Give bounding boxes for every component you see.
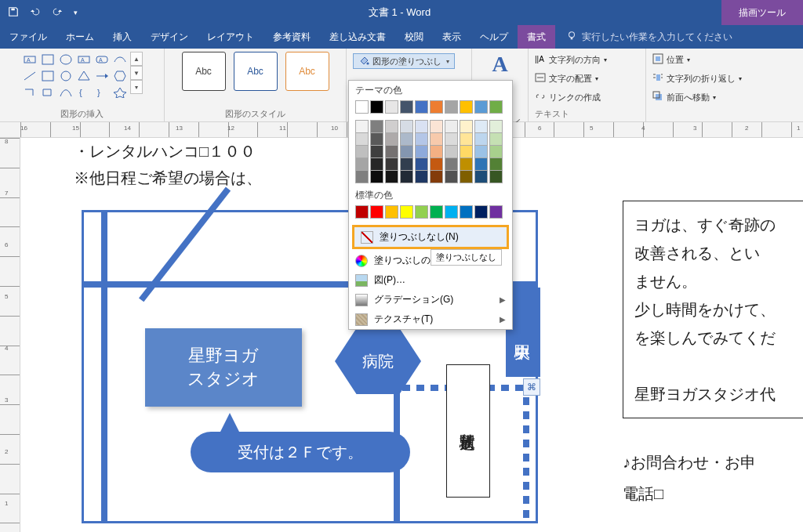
color-swatch[interactable] [489,100,503,114]
color-swatch[interactable] [489,132,503,146]
color-swatch[interactable] [355,170,369,183]
style-thumb-3[interactable]: Abc [285,52,329,91]
shape-fill-button[interactable]: 図形の塗りつぶし ▾ [353,53,455,69]
color-swatch[interactable] [400,205,413,219]
menu-gradient-fill[interactable]: グラデーション(G) ▶ [349,290,512,309]
color-swatch[interactable] [445,205,458,219]
color-swatch[interactable] [430,170,443,183]
map-callout[interactable]: 受付は２Ｆです。 [191,432,410,472]
map-studio-box[interactable]: 星野ヨガ スタジオ [145,328,302,407]
color-swatch[interactable] [370,170,383,183]
map-road[interactable] [101,212,107,521]
color-swatch[interactable] [355,157,369,171]
side-text-box[interactable]: ヨガは、すぐ奇跡の 改善される、とい ません。 少し時間をかけて、 を楽しんでみ… [623,201,803,418]
undo-icon[interactable] [30,6,41,20]
color-swatch[interactable] [430,205,443,219]
tab-format[interactable]: 書式 [518,25,555,49]
shapes-gallery[interactable]: A A A { } [21,52,129,100]
tab-insert[interactable]: 挿入 [104,25,141,49]
map-street-label[interactable]: 駅前大通り [446,364,490,498]
color-swatch[interactable] [400,170,413,183]
menu-texture-fill[interactable]: テクスチャ(T) ▶ [349,309,512,329]
scroll-down-icon[interactable]: ▼ [130,66,143,80]
scroll-up-icon[interactable]: ▲ [130,52,143,66]
color-swatch[interactable] [370,205,383,219]
cmd-wrap-text[interactable]: 文字列の折り返し▾ [652,71,742,86]
color-swatch[interactable] [400,157,413,171]
vertical-ruler[interactable]: 876543211234 [0,138,20,532]
scroll-more-icon[interactable]: ▾ [130,80,143,94]
shape-style-gallery[interactable]: Abc Abc Abc [182,52,329,91]
color-swatch[interactable] [385,100,398,114]
color-swatch[interactable] [400,132,413,146]
color-swatch[interactable] [474,205,488,219]
tell-me-search[interactable]: 実行したい作業を入力してください [555,25,803,49]
tab-help[interactable]: ヘルプ [471,25,518,49]
color-swatch[interactable] [415,120,428,133]
color-swatch[interactable] [370,145,383,158]
color-swatch[interactable] [489,145,503,158]
color-swatch[interactable] [460,120,473,133]
color-swatch[interactable] [445,170,458,183]
color-swatch[interactable] [460,157,473,171]
color-swatch[interactable] [445,132,458,146]
tab-references[interactable]: 参考資料 [263,25,320,49]
color-swatch[interactable] [415,145,428,158]
color-swatch[interactable] [474,132,488,146]
tab-design[interactable]: デザイン [141,25,198,49]
color-swatch[interactable] [415,205,428,219]
color-swatch[interactable] [370,132,383,146]
cmd-text-direction[interactable]: ||A 文字列の方向▾ [535,52,607,67]
color-swatch[interactable] [355,120,369,133]
cmd-text-align[interactable]: 文字の配置▾ [535,71,607,86]
color-swatch[interactable] [355,205,369,219]
tab-review[interactable]: 校閲 [395,25,433,49]
cmd-position[interactable]: 位置▾ [652,52,742,67]
color-swatch[interactable] [445,145,458,158]
color-swatch[interactable] [474,145,488,158]
color-swatch[interactable] [489,205,503,219]
style-thumb-1[interactable]: Abc [182,52,226,91]
menu-picture-fill[interactable]: 図(P)… [349,270,512,290]
color-swatch[interactable] [430,157,443,171]
color-swatch[interactable] [400,145,413,158]
menu-no-fill[interactable]: 塗りつぶしなし(N) [354,227,507,247]
color-swatch[interactable] [400,100,413,114]
color-swatch[interactable] [400,120,413,133]
color-swatch[interactable] [460,132,473,146]
color-swatch[interactable] [370,157,383,171]
color-swatch[interactable] [415,132,428,146]
color-swatch[interactable] [355,100,369,114]
color-swatch[interactable] [385,132,398,146]
color-swatch[interactable] [445,157,458,171]
tab-view[interactable]: 表示 [433,25,471,49]
style-thumb-2[interactable]: Abc [234,52,278,91]
color-swatch[interactable] [445,100,458,114]
color-swatch[interactable] [370,120,383,133]
color-swatch[interactable] [460,145,473,158]
redo-icon[interactable] [52,6,63,20]
wordart-icon[interactable]: A [492,52,507,77]
color-swatch[interactable] [385,120,398,133]
cmd-create-link[interactable]: リンクの作成 [535,89,607,105]
color-swatch[interactable] [474,100,488,114]
cmd-bring-forward[interactable]: 前面へ移動▾ [652,89,742,105]
color-swatch[interactable] [355,132,369,146]
tab-file[interactable]: ファイル [0,25,56,49]
color-swatch[interactable] [415,157,428,171]
color-swatch[interactable] [474,157,488,171]
color-swatch[interactable] [415,170,428,183]
shapes-gallery-scroll[interactable]: ▲ ▼ ▾ [130,52,143,100]
contact-text[interactable]: ♪お問合わせ・お申 電話□ [623,447,803,509]
color-swatch[interactable] [430,132,443,146]
color-swatch[interactable] [355,145,369,158]
color-swatch[interactable] [489,170,503,183]
color-swatch[interactable] [474,120,488,133]
color-swatch[interactable] [474,170,488,183]
color-swatch[interactable] [460,205,473,219]
menu-more-fill-colors[interactable]: 塗りつぶしの色 塗りつぶしなし [349,251,512,270]
save-icon[interactable] [8,6,19,20]
color-swatch[interactable] [385,145,398,158]
color-swatch[interactable] [460,100,473,114]
color-swatch[interactable] [460,170,473,183]
